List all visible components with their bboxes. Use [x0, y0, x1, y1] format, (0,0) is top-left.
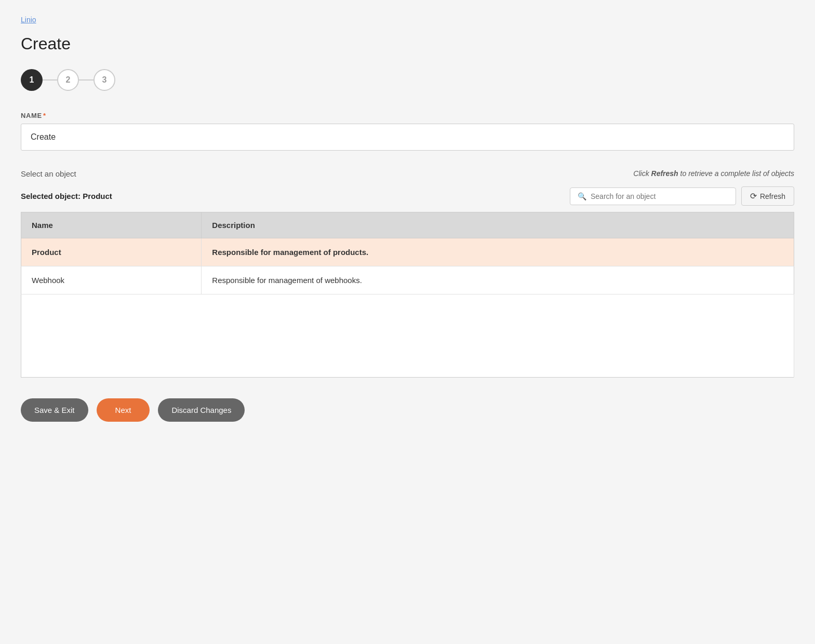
name-field-label: NAME*: [21, 112, 794, 119]
col-header-name: Name: [21, 212, 202, 238]
refresh-icon: ⟳: [750, 191, 757, 201]
required-indicator: *: [43, 112, 46, 119]
step-3[interactable]: 3: [93, 69, 115, 91]
col-header-description: Description: [202, 212, 794, 238]
search-input[interactable]: [591, 192, 728, 200]
name-input[interactable]: [21, 124, 794, 151]
page-title: Create: [21, 34, 794, 53]
refresh-hint-bold: Refresh: [651, 169, 678, 178]
refresh-hint-prefix: Click: [633, 169, 651, 178]
stepper: 1 2 3: [21, 69, 794, 91]
empty-row: [21, 294, 794, 378]
refresh-hint-suffix: to retrieve a complete list of objects: [678, 169, 794, 178]
row-description: Responsible for management of products.: [202, 238, 794, 266]
search-icon: 🔍: [578, 192, 586, 200]
refresh-hint: Click Refresh to retrieve a complete lis…: [633, 169, 794, 178]
save-exit-button[interactable]: Save & Exit: [21, 398, 88, 422]
table-row[interactable]: Product Responsible for management of pr…: [21, 238, 794, 266]
table-row[interactable]: Webhook Responsible for management of we…: [21, 266, 794, 294]
step-2[interactable]: 2: [57, 69, 79, 91]
objects-table: Name Description Product Responsible for…: [21, 212, 794, 378]
row-name: Product: [21, 238, 202, 266]
discard-button[interactable]: Discard Changes: [158, 398, 245, 422]
step-connector-1: [43, 79, 57, 81]
search-refresh-row: 🔍 ⟳ Refresh: [570, 186, 794, 206]
row-description: Responsible for management of webhooks.: [202, 266, 794, 294]
selected-object-label: Selected object: Product: [21, 192, 112, 200]
next-button[interactable]: Next: [97, 398, 150, 422]
search-box: 🔍: [570, 187, 736, 205]
selected-and-search-row: Selected object: Product 🔍 ⟳ Refresh: [21, 186, 794, 206]
step-connector-2: [79, 79, 93, 81]
footer-actions: Save & Exit Next Discard Changes: [21, 398, 794, 422]
object-section-header: Select an object Click Refresh to retrie…: [21, 169, 794, 178]
breadcrumb[interactable]: Linio: [21, 16, 794, 24]
row-name: Webhook: [21, 266, 202, 294]
select-object-label: Select an object: [21, 169, 76, 178]
step-1[interactable]: 1: [21, 69, 43, 91]
refresh-button[interactable]: ⟳ Refresh: [741, 186, 794, 206]
